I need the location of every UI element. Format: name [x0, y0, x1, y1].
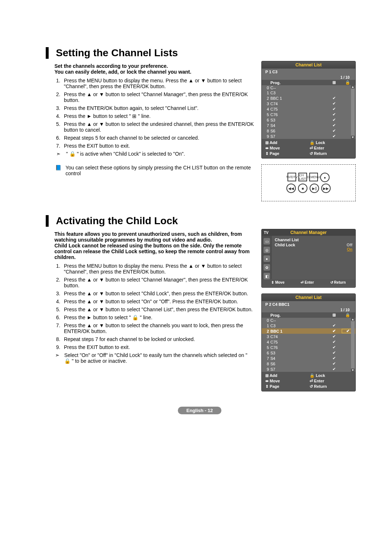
row-num: 1	[263, 91, 269, 95]
remote-rec-button[interactable]: ●	[320, 173, 330, 182]
table-row[interactable]: 0C--	[262, 318, 355, 323]
cmd-lock: 🔒 Lock	[310, 140, 352, 145]
row-add: ✔	[328, 323, 340, 328]
row-name: C3	[270, 91, 326, 95]
s2-step-1: Press the MENU button to display the men…	[62, 263, 254, 275]
cmd-lock: 🔒 Lock	[310, 373, 352, 378]
mgr-item-channel-list[interactable]: Channel List	[275, 237, 352, 242]
row-add: ✔	[328, 367, 340, 371]
row-add: ✔	[328, 107, 340, 111]
table-row[interactable]: 5C76✔	[262, 112, 355, 117]
section1-steps: Press the MENU button to display the men…	[44, 78, 254, 149]
section1-right: Channel List P 1 C3 1 / 10 Prog. ⊞ 🔒 0C-…	[261, 61, 356, 206]
remote-dmenu-button[interactable]: D.MENU	[309, 173, 318, 181]
table-row[interactable]: 8S6✔	[262, 128, 355, 134]
s2-step-4: Press the ▲ or ▼ button to select "On" o…	[62, 299, 254, 304]
scroll-down-icon[interactable]: ▼	[351, 369, 355, 372]
cmd-enter: ⏎ Enter	[310, 146, 352, 151]
table-row[interactable]: 1C3✔	[262, 323, 355, 328]
cmd-add: ⊞ Add	[265, 140, 307, 145]
row-name: S3	[270, 351, 326, 355]
row-name: S6	[270, 362, 326, 366]
s2-step-2: Press the ▲ or ▼ button to select "Chann…	[62, 277, 254, 288]
table-row[interactable]: 2BBC 1✔	[262, 95, 355, 101]
row-add: ✔	[328, 361, 340, 366]
row-add: ✔	[328, 334, 340, 339]
row-name: C75	[270, 107, 326, 111]
row-name: S7	[270, 134, 326, 139]
row-name: BBC 1	[270, 96, 326, 100]
mgr-icon-3: ●	[264, 255, 270, 262]
remote-tvdtv-button[interactable]: TV/DTV	[287, 173, 296, 181]
table-row[interactable]: 4C75✔	[262, 106, 355, 112]
row-num: 9	[263, 367, 269, 371]
osd2-pager: 1 / 10	[340, 308, 352, 312]
row-name: S6	[270, 129, 326, 133]
lock-col-icon: 🔒	[342, 80, 354, 85]
arrow-icon: ➣	[54, 151, 62, 157]
row-num: 2	[263, 96, 269, 100]
intro-line2: You can easily delete, add, or lock the …	[54, 69, 254, 75]
osd-channel-list-1: Channel List P 1 C3 1 / 10 Prog. ⊞ 🔒 0C-…	[261, 61, 356, 159]
mgr-sidebar-icons: ▭ ◎ ● ✿ ◧	[262, 236, 272, 279]
scroll-up-icon[interactable]: ▲	[351, 85, 355, 89]
table-row[interactable]: 3C74✔	[262, 334, 355, 339]
row-num: 0	[263, 86, 269, 90]
osd1-footer: ⊞ Add 🔒 Lock ⬌ Move ⏎ Enter ⇕ Page ↺ Ret…	[262, 139, 355, 158]
table-row[interactable]: 4C75✔	[262, 339, 355, 345]
remote-chlist-button[interactable]: CH LIST	[298, 173, 307, 181]
s1-step-2: Press the ▲ or ▼ button to select "Chann…	[62, 91, 254, 103]
table-row[interactable]: 6S3✔	[262, 350, 355, 356]
table-row[interactable]: 1C3	[262, 90, 355, 95]
table-row[interactable]: 7S4✔	[262, 123, 355, 128]
mgr-item-child-lock[interactable]: Child Lock Off On	[275, 242, 352, 252]
row-name: C76	[270, 112, 326, 117]
table-row[interactable]: 9S7✔	[262, 366, 355, 372]
mgr-menu: Channel List Child Lock Off On	[272, 236, 355, 279]
table-row[interactable]: 2BBC 1✔✔	[262, 328, 355, 334]
osd-channel-list-2: Channel Liat P 2 C4 BBC1 1 / 10 Prog. ⊞ …	[261, 293, 356, 391]
osd1-current: P 1 C3	[265, 70, 277, 74]
scroll-up-icon[interactable]: ▲	[351, 318, 355, 321]
s1-step-7: Press the EXIT button to exit.	[62, 143, 254, 149]
s1-step-5: Press the ▲ or ▼ button to select the un…	[62, 121, 254, 133]
remote-play-button[interactable]: ▶‖	[310, 184, 319, 193]
osd1-hdr-prog: Prog.	[270, 81, 326, 85]
table-row[interactable]: 7S4✔	[262, 356, 355, 361]
row-name: C76	[270, 345, 326, 350]
osd2-current: P 2 C4 BBC1	[265, 302, 289, 307]
osd1-scrollbar[interactable]: ▲▼	[351, 85, 355, 139]
osd2-scrollbar[interactable]: ▲▼	[351, 318, 355, 372]
s2-step-9: Press the EXIT button to exit.	[62, 344, 254, 350]
mgr-item-label: Channel List	[275, 238, 299, 242]
row-num: 5	[263, 345, 269, 350]
cmd-page: ⇕ Page	[265, 151, 307, 156]
s1-step-3: Press the ENTER/OK button again, to sele…	[62, 105, 254, 111]
osd2-hdr-prog: Prog.	[270, 313, 326, 317]
row-name: S4	[270, 356, 326, 361]
table-row[interactable]: 6S3✔	[262, 117, 355, 123]
table-row[interactable]: 5C76✔	[262, 345, 355, 350]
table-row[interactable]: 3C74✔	[262, 101, 355, 106]
mgr-opt-off[interactable]: Off	[347, 243, 352, 247]
page-footer: English - 12	[44, 407, 356, 414]
osd1-rows: 0C--1C32BBC 1✔3C74✔4C75✔5C76✔6S3✔7S4✔8S6…	[262, 85, 355, 139]
remote-ff-button[interactable]: ▶▶	[321, 184, 331, 193]
remote-stop-button[interactable]: ■	[298, 184, 307, 193]
remote-rew-button[interactable]: ◀◀	[286, 184, 296, 193]
osd2-title: Channel Liat	[262, 294, 355, 301]
table-row[interactable]: 9S7✔	[262, 134, 355, 139]
row-name: S4	[270, 123, 326, 128]
row-num: 9	[263, 134, 269, 139]
mgr-tv-label: TV	[264, 231, 269, 235]
row-add: ✔	[328, 134, 340, 139]
s1-note-chlist: 📘 You can select these options by simply…	[54, 165, 254, 176]
mgr-footer: ⇕ Move ⏎ Enter ↺ Return	[262, 279, 355, 286]
remote-icon: 📘	[54, 165, 62, 176]
scroll-down-icon[interactable]: ▼	[351, 136, 355, 139]
cmd-return: ↺ Return	[310, 384, 352, 389]
mgr-opt-on[interactable]: On	[347, 247, 352, 251]
add-col-icon: ⊞	[328, 313, 340, 317]
table-row[interactable]: 0C--	[262, 85, 355, 90]
table-row[interactable]: 8S6✔	[262, 361, 355, 366]
